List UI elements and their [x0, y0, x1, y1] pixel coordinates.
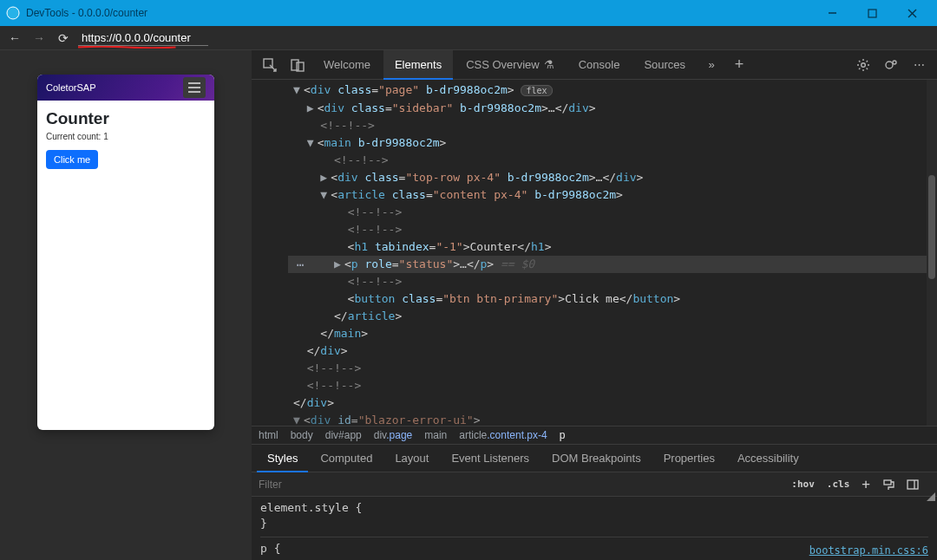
dom-line[interactable]: <!--!--> [288, 273, 927, 290]
row-actions-icon[interactable]: ⋯ [297, 256, 304, 273]
style-rule-line: } [260, 516, 928, 531]
nav-toolbar: ← → ⟳ https://0.0.0.0/counter [0, 26, 937, 50]
dom-line[interactable]: <!--!--> [288, 204, 927, 221]
svg-rect-11 [884, 480, 891, 485]
svg-point-8 [862, 62, 866, 67]
dom-line[interactable]: <!--!--> [288, 221, 927, 238]
counter-status: Current count: 1 [46, 132, 206, 141]
dom-line[interactable]: <!--!--> [288, 117, 927, 134]
subtab-accessibility[interactable]: Accessibility [727, 445, 809, 472]
corner-indicator-icon [925, 473, 937, 496]
dom-line[interactable]: ▼<div id="blazor-error-ui"> [288, 412, 927, 426]
subtab-listeners[interactable]: Event Listeners [441, 445, 540, 472]
dom-line[interactable]: <!--!--> [288, 360, 927, 377]
dom-line[interactable]: </article> [288, 308, 927, 325]
back-button[interactable]: ← [5, 29, 24, 48]
tab-css-overview[interactable]: CSS Overview⚗ [455, 50, 566, 80]
cls-toggle[interactable]: .cls [821, 473, 856, 496]
app-icon [5, 5, 21, 21]
dom-line[interactable]: <h1 tabindex="-1">Counter</h1> [288, 238, 927, 256]
dom-line[interactable]: ▶<div class="sidebar" b-dr9988oc2m>…</di… [288, 100, 927, 117]
svg-rect-12 [908, 480, 918, 489]
maximize-button[interactable] [852, 0, 892, 26]
subtab-layout[interactable]: Layout [384, 445, 439, 472]
page-heading: Counter [46, 109, 206, 128]
crumb-article[interactable]: article.content.px-4 [459, 429, 547, 441]
device-frame: ColetorSAP Counter Current count: 1 Clic… [37, 75, 214, 430]
feedback-icon[interactable] [878, 53, 904, 77]
styles-tabbar: Styles Computed Layout Event Listeners D… [252, 445, 937, 472]
hover-toggle[interactable]: :hov [785, 473, 821, 496]
subtab-computed[interactable]: Computed [310, 445, 383, 472]
dom-line-selected[interactable]: ⋯ ▶<p role="status">…</p> == $0 [288, 256, 927, 273]
breadcrumb[interactable]: html body div#app div.page main article.… [252, 426, 937, 445]
increment-button[interactable]: Click me [46, 150, 98, 169]
device-toggle-icon[interactable] [285, 53, 311, 77]
close-button[interactable] [892, 0, 932, 26]
crumb-divapp[interactable]: div#app [325, 429, 362, 441]
subtab-dombp[interactable]: DOM Breakpoints [541, 445, 652, 472]
source-link[interactable]: bootstrap.min.css:6 [809, 543, 928, 558]
flask-icon: ⚗ [544, 58, 554, 71]
kebab-menu-icon[interactable]: ⋯ [906, 53, 932, 77]
underline-annotation [78, 46, 176, 49]
style-rule-line: element.style { [260, 500, 928, 516]
app-navbar: ColetorSAP [37, 75, 214, 101]
styles-source-pane[interactable]: element.style { } p { bootstrap.min.css:… [252, 497, 937, 560]
new-tab-icon[interactable]: + [726, 53, 752, 77]
crumb-main[interactable]: main [424, 429, 447, 441]
dom-line[interactable]: ▼<article class="content px-4" b-dr9988o… [288, 186, 927, 204]
dom-line[interactable]: <!--!--> [288, 152, 927, 169]
window-title: DevTools - 0.0.0.0/counter [26, 7, 812, 19]
dom-line[interactable]: <button class="btn btn-primary">Click me… [288, 290, 927, 308]
subtab-styles[interactable]: Styles [257, 445, 308, 472]
new-style-icon[interactable]: + [855, 473, 876, 496]
subtab-properties[interactable]: Properties [653, 445, 725, 472]
paint-icon[interactable] [876, 473, 901, 496]
panel-toggle-icon[interactable] [901, 473, 925, 496]
app-brand: ColetorSAP [46, 82, 95, 93]
dom-line[interactable]: <!--!--> [288, 377, 927, 394]
dom-line[interactable]: ▼<div class="page" b-dr9988oc2m> flex [288, 81, 927, 100]
crumb-p[interactable]: p [560, 429, 566, 441]
dom-line[interactable]: ▶<div class="top-row px-4" b-dr9988oc2m>… [288, 169, 927, 186]
elements-dom-tree[interactable]: ▼<div class="page" b-dr9988oc2m> flex ▶<… [252, 80, 937, 426]
tab-elements[interactable]: Elements [383, 50, 453, 80]
url-display[interactable]: https://0.0.0.0/counter [78, 30, 208, 46]
reload-button[interactable]: ⟳ [54, 29, 73, 48]
dom-line[interactable]: ▼<main b-dr9988oc2m> [288, 134, 927, 152]
settings-gear-icon[interactable] [850, 53, 876, 77]
crumb-body[interactable]: body [291, 429, 313, 441]
svg-point-0 [7, 7, 19, 19]
tab-sources[interactable]: Sources [632, 50, 697, 80]
minimize-button[interactable] [812, 0, 852, 26]
more-tabs-icon[interactable]: » [698, 53, 724, 77]
dom-line[interactable]: </main> [288, 325, 927, 342]
styles-filter-input[interactable] [252, 479, 785, 491]
device-preview-pane: ColetorSAP Counter Current count: 1 Clic… [0, 50, 252, 560]
hamburger-icon[interactable] [183, 77, 206, 98]
forward-button[interactable]: → [29, 29, 49, 48]
styles-filter-bar: :hov .cls + [252, 472, 937, 497]
svg-point-9 [886, 62, 893, 68]
tab-welcome[interactable]: Welcome [312, 50, 382, 80]
dom-line[interactable]: </div> [288, 394, 927, 412]
devtools-pane: Welcome Elements CSS Overview⚗ Console S… [252, 50, 937, 560]
window-titlebar: DevTools - 0.0.0.0/counter [0, 0, 937, 26]
svg-point-10 [893, 61, 896, 64]
devtools-tabbar: Welcome Elements CSS Overview⚗ Console S… [252, 50, 937, 80]
svg-rect-2 [868, 10, 876, 17]
svg-rect-6 [292, 60, 298, 70]
scrollbar[interactable] [927, 80, 937, 426]
crumb-divpage[interactable]: div.page [374, 429, 412, 441]
dom-line[interactable]: </div> [288, 342, 927, 360]
inspect-icon[interactable] [257, 53, 283, 77]
tab-console[interactable]: Console [567, 50, 632, 80]
crumb-html[interactable]: html [259, 429, 278, 441]
